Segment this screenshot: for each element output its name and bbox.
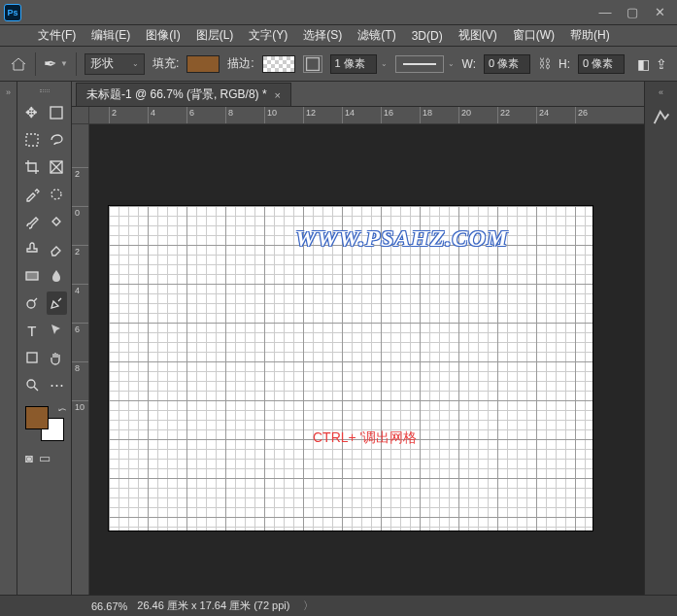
- status-menu-icon[interactable]: 〉: [303, 599, 314, 613]
- hand-tool[interactable]: [47, 346, 68, 369]
- options-bar: ✒ ▼ 形状 ⌄ 填充: 描边: ⌄ ⌄ W: ⛓ H: ◧ ⇪: [0, 47, 677, 82]
- stroke-align-icon[interactable]: [303, 55, 322, 73]
- artboard-tool[interactable]: [47, 101, 68, 124]
- doc-info[interactable]: 26.46 厘米 x 17.64 厘米 (72 ppi): [137, 599, 289, 613]
- menu-image[interactable]: 图像(I): [139, 25, 186, 46]
- tool-mode-select[interactable]: 形状 ⌄: [85, 53, 145, 75]
- pen-tool[interactable]: [47, 291, 68, 315]
- crop-tool[interactable]: [21, 155, 43, 179]
- pen-tool-icon[interactable]: ✒: [44, 54, 56, 73]
- horizontal-ruler[interactable]: 2468101214161820222426: [89, 107, 644, 124]
- quickmask-icon[interactable]: ◙: [25, 451, 33, 465]
- menu-edit[interactable]: 编辑(E): [85, 25, 137, 46]
- stamp-tool[interactable]: [21, 237, 43, 260]
- width-field[interactable]: [484, 54, 530, 74]
- menu-view[interactable]: 视图(V): [452, 25, 504, 46]
- tool-mode-label: 形状: [90, 55, 114, 72]
- svg-rect-0: [306, 57, 319, 70]
- frame-tool[interactable]: [47, 155, 68, 179]
- menu-layer[interactable]: 图层(L): [189, 25, 241, 46]
- menu-help[interactable]: 帮助(H): [563, 25, 617, 46]
- app-logo: Ps: [4, 4, 21, 21]
- width-label: W:: [462, 57, 476, 71]
- marquee-tool[interactable]: [21, 128, 43, 152]
- svg-point-4: [51, 189, 61, 199]
- close-button[interactable]: ✕: [646, 3, 673, 22]
- svg-rect-2: [26, 134, 38, 146]
- status-bar: 66.67% 26.46 厘米 x 17.64 厘米 (72 ppi) 〉: [0, 595, 677, 616]
- panel-icon[interactable]: [651, 107, 672, 128]
- stroke-style-select[interactable]: [395, 55, 444, 73]
- fill-label: 填充:: [152, 55, 179, 72]
- lasso-tool[interactable]: [47, 128, 68, 152]
- svg-rect-1: [51, 107, 62, 119]
- type-tool[interactable]: T: [21, 319, 43, 342]
- home-icon[interactable]: [10, 56, 27, 72]
- heal-tool[interactable]: [47, 210, 68, 233]
- quick-select-tool[interactable]: [47, 183, 68, 206]
- link-icon[interactable]: ⛓: [538, 56, 551, 71]
- stroke-label: 描边:: [227, 55, 254, 72]
- chevron-down-icon[interactable]: ⌄: [448, 59, 455, 68]
- collapse-arrow-icon[interactable]: «: [659, 87, 663, 97]
- menu-file[interactable]: 文件(F): [31, 25, 83, 46]
- align-icon[interactable]: ◧: [637, 56, 650, 72]
- svg-point-6: [27, 300, 35, 308]
- minimize-button[interactable]: —: [592, 3, 619, 22]
- path-select-tool[interactable]: [47, 319, 68, 342]
- shape-tool[interactable]: [21, 346, 43, 369]
- move-tool[interactable]: ✥: [21, 101, 43, 124]
- dodge-tool[interactable]: [21, 291, 43, 315]
- line-preview: [403, 63, 436, 65]
- zoom-tool[interactable]: [21, 373, 43, 396]
- stroke-width-field[interactable]: [330, 54, 377, 74]
- close-tab-icon[interactable]: ×: [275, 89, 281, 101]
- menu-3d[interactable]: 3D(D): [405, 27, 450, 45]
- canvas-viewport[interactable]: WWW.PSAHZ.COM CTRL+ '调出网格: [89, 124, 644, 595]
- fill-color-swatch[interactable]: [186, 55, 220, 73]
- svg-point-8: [27, 380, 35, 388]
- foreground-color[interactable]: [25, 406, 49, 429]
- vertical-ruler[interactable]: 20246810: [72, 124, 89, 595]
- chevron-down-icon: ⌄: [132, 59, 139, 68]
- menu-bar: 文件(F) 编辑(E) 图像(I) 图层(L) 文字(Y) 选择(S) 滤镜(T…: [0, 25, 677, 47]
- panel-grip[interactable]: [21, 89, 67, 97]
- title-bar: Ps — ▢ ✕: [0, 0, 677, 25]
- menu-type[interactable]: 文字(Y): [242, 25, 294, 46]
- menu-select[interactable]: 选择(S): [296, 25, 349, 46]
- toolbox: ✥: [17, 82, 72, 595]
- document-area: 未标题-1 @ 66.7% (背景, RGB/8) * × 2468101214…: [72, 82, 644, 595]
- stroke-color-swatch[interactable]: [262, 55, 295, 73]
- divider: [35, 52, 36, 76]
- dock-collapse-column: »: [0, 82, 17, 595]
- menu-filter[interactable]: 滤镜(T): [351, 25, 402, 46]
- height-field[interactable]: [578, 54, 625, 74]
- eraser-tool[interactable]: [47, 237, 68, 260]
- screenmode-icon[interactable]: ▭: [39, 451, 51, 465]
- color-wells: ⤺: [23, 404, 66, 443]
- swap-colors-icon[interactable]: ⤺: [58, 404, 66, 415]
- watermark-text: WWW.PSAHZ.COM: [295, 225, 508, 252]
- hint-text: CTRL+ '调出网格: [313, 429, 417, 447]
- chevron-down-icon[interactable]: ▼: [60, 59, 68, 68]
- menu-window[interactable]: 窗口(W): [506, 25, 561, 46]
- share-icon[interactable]: ⇪: [656, 56, 667, 72]
- maximize-button[interactable]: ▢: [619, 3, 646, 22]
- zoom-level[interactable]: 66.67%: [91, 600, 127, 612]
- brush-tool[interactable]: [21, 210, 43, 233]
- right-panel-dock: «: [644, 82, 677, 595]
- expand-arrow-icon[interactable]: »: [6, 87, 11, 97]
- document-tab-title: 未标题-1 @ 66.7% (背景, RGB/8) *: [86, 86, 267, 103]
- svg-rect-5: [26, 272, 38, 280]
- gradient-tool[interactable]: [21, 264, 43, 288]
- document-tab[interactable]: 未标题-1 @ 66.7% (背景, RGB/8) * ×: [76, 83, 291, 106]
- svg-rect-7: [27, 353, 37, 362]
- blur-tool[interactable]: [47, 264, 68, 288]
- document-tabs: 未标题-1 @ 66.7% (背景, RGB/8) * ×: [72, 82, 644, 107]
- canvas[interactable]: WWW.PSAHZ.COM CTRL+ '调出网格: [109, 206, 592, 530]
- height-label: H:: [559, 57, 570, 71]
- extra-tool[interactable]: ⋯: [47, 373, 68, 396]
- eyedropper-tool[interactable]: [21, 183, 43, 206]
- ruler-origin[interactable]: [72, 107, 89, 124]
- chevron-down-icon[interactable]: ⌄: [381, 59, 388, 68]
